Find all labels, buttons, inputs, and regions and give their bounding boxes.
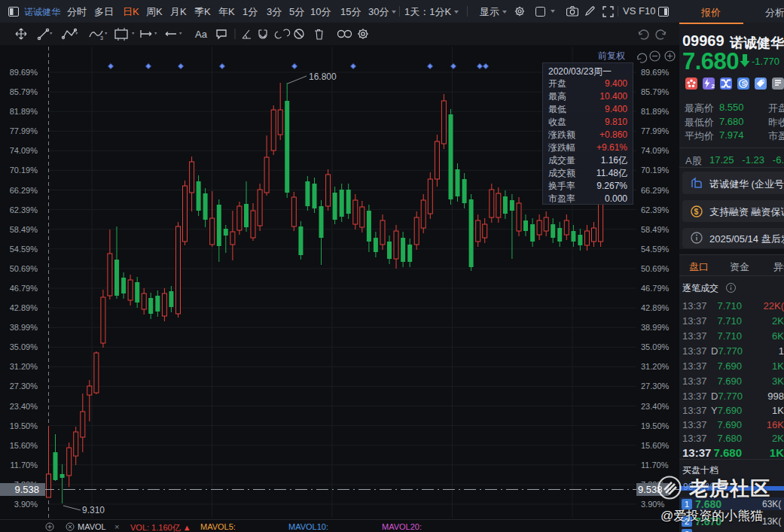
svg-text:3.90%: 3.90% — [14, 500, 38, 509]
svg-text:31.20%: 31.20% — [10, 362, 38, 371]
svg-text:35.09%: 35.09% — [10, 342, 38, 351]
svg-text:77.99%: 77.99% — [10, 126, 38, 135]
svg-text:Aa: Aa — [195, 29, 208, 40]
svg-text:46.79%: 46.79% — [641, 284, 670, 293]
svg-text:38.99%: 38.99% — [10, 323, 38, 332]
svg-text:S: S — [742, 79, 746, 87]
svg-text:23.40%: 23.40% — [10, 402, 38, 411]
svg-text:11.70%: 11.70% — [641, 461, 669, 470]
svg-text:19.50%: 19.50% — [10, 421, 38, 430]
svg-text:77.99%: 77.99% — [641, 126, 670, 135]
svg-text:54.59%: 54.59% — [10, 245, 38, 254]
svg-text:46.79%: 46.79% — [10, 284, 38, 293]
svg-text:19.50%: 19.50% — [641, 421, 670, 430]
svg-text:15.60%: 15.60% — [10, 441, 38, 450]
svg-text:74.09%: 74.09% — [10, 146, 38, 155]
svg-text:9.310: 9.310 — [82, 505, 105, 515]
svg-text:35.09%: 35.09% — [641, 342, 670, 351]
svg-text:81.89%: 81.89% — [10, 107, 38, 116]
svg-text:23.40%: 23.40% — [641, 402, 670, 411]
svg-text:42.89%: 42.89% — [641, 303, 670, 312]
svg-text:70.19%: 70.19% — [10, 166, 38, 175]
svg-text:81.89%: 81.89% — [641, 107, 670, 116]
svg-text:89.69%: 89.69% — [641, 68, 670, 77]
svg-text:2: 2 — [712, 83, 715, 90]
svg-text:11.70%: 11.70% — [11, 461, 38, 470]
svg-text:85.79%: 85.79% — [10, 87, 38, 96]
svg-text:70.19%: 70.19% — [641, 166, 670, 175]
svg-text:58.49%: 58.49% — [10, 225, 38, 234]
svg-text:62.39%: 62.39% — [10, 205, 38, 214]
svg-text:62.39%: 62.39% — [641, 205, 670, 214]
svg-text:16.800: 16.800 — [309, 71, 337, 82]
svg-text:$: $ — [694, 207, 699, 216]
svg-text:9.538: 9.538 — [14, 484, 39, 495]
svg-text:66.29%: 66.29% — [10, 186, 38, 195]
svg-text:58.49%: 58.49% — [641, 225, 670, 234]
svg-text:50.69%: 50.69% — [641, 264, 670, 273]
svg-text:27.30%: 27.30% — [10, 382, 38, 391]
svg-text:15.60%: 15.60% — [641, 441, 670, 450]
svg-text:85.79%: 85.79% — [641, 87, 670, 96]
svg-text:89.69%: 89.69% — [10, 68, 38, 77]
svg-text:42.89%: 42.89% — [10, 303, 38, 312]
svg-text:54.59%: 54.59% — [641, 245, 670, 254]
svg-text:50.69%: 50.69% — [10, 264, 38, 273]
svg-text:3: 3 — [100, 35, 103, 41]
svg-text:31.20%: 31.20% — [641, 362, 670, 371]
svg-text:66.29%: 66.29% — [641, 186, 670, 195]
svg-text:38.99%: 38.99% — [641, 323, 670, 332]
svg-text:27.30%: 27.30% — [641, 382, 670, 391]
svg-text:74.09%: 74.09% — [641, 146, 670, 155]
svg-text:前复权: 前复权 — [598, 50, 625, 61]
